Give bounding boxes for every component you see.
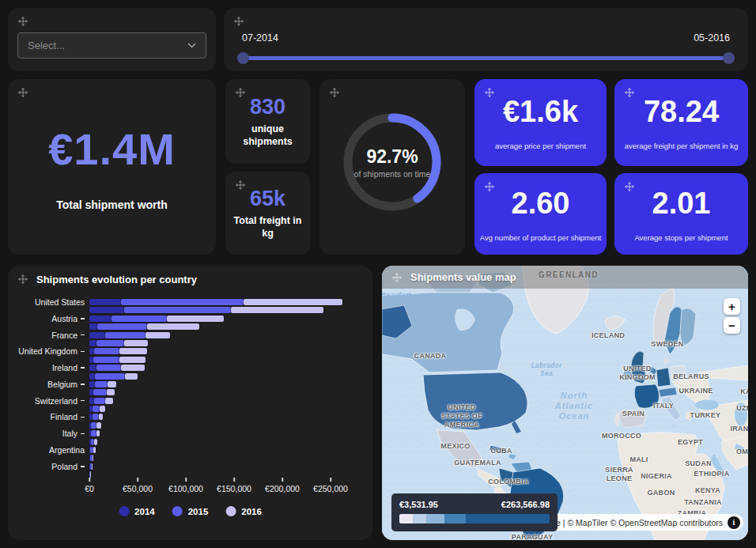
country-tick: [81, 417, 85, 418]
stacked-bar: [89, 365, 145, 371]
move-icon[interactable]: [233, 16, 244, 27]
country-tick: [81, 433, 85, 435]
bar-row: Belgium: [8, 381, 366, 387]
avg-price-card: €1.6k average price per shipment: [474, 79, 607, 166]
stacked-bar: [89, 307, 323, 313]
move-icon[interactable]: [484, 87, 495, 98]
country-tick: [81, 367, 85, 368]
avg-stops-value: 2.01: [652, 187, 711, 221]
legend-gradient: [399, 514, 550, 523]
bar-segment-2016: [100, 406, 104, 412]
bar-segment-2016: [119, 348, 147, 354]
country-label: Poland: [51, 462, 77, 471]
stacked-bar: [89, 323, 199, 330]
legend-gradient-step: [466, 514, 550, 523]
avg-products-label: Avg number of product per shipment: [480, 233, 602, 242]
move-icon[interactable]: [17, 87, 28, 98]
country-label-cell: Austria: [8, 314, 89, 323]
bar-row: Switzerland: [8, 398, 366, 404]
country-label: Switzerland: [35, 396, 77, 406]
total-freight-value: 65k: [250, 187, 285, 211]
stacked-bar: [89, 381, 116, 387]
bar-segment-2016: [107, 389, 115, 395]
country-select[interactable]: Select...: [17, 32, 206, 59]
axis-label: €0: [85, 484, 94, 493]
bar-segment-2014: [89, 299, 121, 305]
legend-max: €263,566.98: [501, 500, 550, 509]
avg-freight-label: average freight per shipment in kg: [625, 142, 739, 150]
country-label: Austria: [51, 314, 77, 323]
chart-legend: 201420152016: [119, 506, 262, 516]
move-icon[interactable]: [17, 274, 28, 285]
on-time-value: 92.7%: [366, 146, 418, 168]
bar-segment-2016: [99, 414, 103, 420]
country-tick: [81, 318, 85, 319]
move-icon[interactable]: [624, 87, 635, 98]
bar-segment-2015: [94, 398, 104, 404]
on-time-card: 92.7% of shipments on time: [319, 79, 465, 255]
country-label: Finland: [51, 412, 77, 421]
bar-row: [8, 357, 366, 363]
bar-segment-2016: [108, 381, 116, 387]
legend-gradient-step: [444, 514, 466, 523]
avg-products-card: 2.60 Avg number of product per shipment: [474, 173, 607, 255]
info-icon[interactable]: i: [728, 516, 740, 529]
zoom-in-button[interactable]: +: [724, 298, 740, 315]
bar-row: [8, 455, 366, 461]
bar-segment-2016: [92, 463, 93, 470]
move-icon[interactable]: [235, 180, 246, 191]
stacked-bar: [89, 340, 148, 346]
bar-segment-2016: [121, 365, 144, 371]
country-tick: [81, 334, 85, 336]
unique-shipments-value: 830: [250, 95, 285, 119]
move-icon[interactable]: [391, 272, 403, 283]
country-label: United States: [35, 297, 85, 307]
bar-row: United States: [8, 299, 366, 305]
bar-segment-2016: [124, 340, 149, 346]
country-tick: [81, 351, 85, 353]
avg-stops-card: 2.01 Average stops per shipment: [614, 173, 748, 255]
legend-year-label: 2014: [134, 507, 155, 516]
country-label: Ireland: [52, 363, 77, 372]
slider-handle-start[interactable]: [237, 52, 249, 64]
on-time-donut: 92.7% of shipments on time: [333, 103, 452, 221]
stacked-bar: [89, 455, 93, 461]
country-label-cell: United States: [8, 297, 89, 307]
bar-segment-2015: [91, 422, 96, 429]
bar-segment-2014: [89, 316, 112, 322]
bar-segment-2014: [89, 365, 96, 371]
total-freight-label: Total freight in kg: [225, 215, 310, 240]
total-worth-card: €1.4M Total shipment worth: [8, 79, 216, 255]
bar-segment-2016: [96, 430, 100, 437]
bar-segment-2014: [89, 381, 95, 387]
bar-segment-2015: [124, 307, 231, 313]
move-icon[interactable]: [624, 181, 635, 192]
bar-row: Austria: [8, 316, 366, 322]
map-card: Shipments value map + − GREENLANDBeaufor…: [382, 266, 748, 540]
bar-row: [8, 340, 366, 346]
bar-row: United Kingdom: [8, 348, 366, 354]
total-worth-value: €1.4M: [48, 123, 176, 175]
move-icon[interactable]: [235, 87, 246, 98]
move-icon[interactable]: [329, 87, 340, 98]
country-label: Italy: [62, 429, 77, 438]
stacked-bar: [89, 439, 97, 445]
total-freight-card: 65k Total freight in kg: [225, 172, 310, 255]
bar-segment-2016: [125, 373, 138, 380]
stacked-bar: [89, 332, 170, 338]
bar-segment-2014: [89, 323, 97, 330]
zoom-out-button[interactable]: −: [724, 317, 740, 334]
country-label: United Kingdom: [18, 346, 77, 356]
move-icon[interactable]: [484, 181, 495, 192]
bar-segment-2015: [93, 414, 100, 420]
move-icon[interactable]: [17, 16, 28, 27]
stacked-bar: [89, 398, 113, 404]
avg-price-value: €1.6k: [503, 95, 578, 129]
map-title: Shipments value map: [410, 271, 516, 283]
country-label-cell: France: [8, 331, 89, 340]
bar-segment-2015: [93, 406, 100, 412]
legend-gradient-step: [399, 514, 413, 523]
bar-segment-2015: [94, 348, 119, 354]
country-label-cell: Argentina: [8, 445, 89, 455]
slider-handle-end[interactable]: [723, 52, 735, 64]
